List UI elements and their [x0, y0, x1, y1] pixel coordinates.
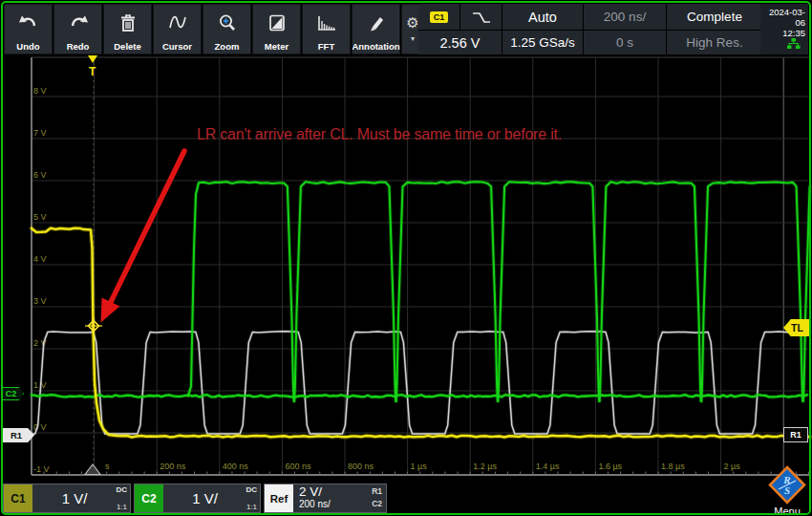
status-bar: C1 Auto 200 ns/ Complete 2.56 V 1.25 GSa…: [418, 4, 759, 54]
annotation-label: Annotation: [352, 41, 399, 52]
svg-text:200 ns: 200 ns: [160, 462, 186, 471]
c1-scale: 1 V/: [32, 484, 117, 512]
svg-text:800 ns: 800 ns: [348, 462, 374, 471]
ref-name: R1: [372, 485, 382, 498]
cursor-label: Cursor: [162, 41, 192, 52]
annotation-button[interactable]: Annotation: [352, 4, 400, 54]
chevron-down-icon: ▾: [411, 34, 415, 43]
svg-text:-1 V: -1 V: [33, 464, 50, 474]
trigger-source-badge: C1: [430, 11, 449, 23]
channel-c1-control[interactable]: C1 1 V/ DC 1:1: [3, 484, 131, 513]
oscilloscope-screen: 8 V7 V6 V5 V4 V3 V2 V1 V0 V-1 V200 ns400…: [0, 0, 812, 516]
annotation-text: LR can't arrive after CL. Must be same t…: [197, 126, 562, 143]
channel-c2-control[interactable]: C2 1 V/ DC 1:1: [134, 484, 261, 513]
trigger-slope-icon: [459, 4, 502, 30]
trigger-source-cell[interactable]: C1: [418, 4, 502, 30]
c2-badge: C2: [135, 484, 163, 512]
undo-label: Undo: [16, 41, 39, 52]
ref-badge: Ref: [265, 484, 293, 512]
ref-timebase: 200 ns/: [299, 498, 331, 510]
c2-coupling: DC: [246, 485, 257, 494]
cursor-waveform-icon: [166, 5, 189, 41]
svg-text:4 V: 4 V: [33, 254, 47, 264]
rs-logo: R S: [766, 465, 808, 505]
svg-text:8 V: 8 V: [33, 86, 47, 96]
annotation-pencil-icon: [366, 5, 387, 41]
meter-label: Meter: [265, 41, 288, 52]
delete-label: Delete: [114, 41, 141, 52]
svg-text:1 µs: 1 µs: [411, 462, 428, 471]
meter-icon: [267, 5, 288, 41]
reference-control[interactable]: Ref 2 V/ 200 ns/ R1 C2: [264, 484, 387, 513]
waveform-display[interactable]: 8 V7 V6 V5 V4 V3 V2 V1 V0 V-1 V200 ns400…: [0, 0, 812, 516]
fft-button[interactable]: FFT: [302, 4, 351, 54]
meter-button[interactable]: Meter: [252, 4, 301, 54]
fft-label: FFT: [318, 41, 334, 52]
svg-text:s: s: [105, 462, 110, 471]
svg-text:400 ns: 400 ns: [223, 462, 249, 471]
undo-button[interactable]: Undo: [4, 4, 53, 54]
menu-label: Menu: [764, 505, 810, 516]
undo-icon: [17, 5, 40, 41]
channel-bar: C1 1 V/ DC 1:1 C2 1 V/ DC 1:1 Ref 2 V/ 2…: [0, 481, 812, 516]
trigger-mode-cell[interactable]: Auto: [502, 4, 583, 30]
redo-icon: [67, 5, 90, 41]
datetime-cell[interactable]: 2024-03-06 12:35: [760, 4, 808, 54]
sample-rate-cell[interactable]: 1.25 GSa/s: [502, 31, 583, 54]
toolbar: Undo Redo Delete Cursor Zoom: [4, 4, 424, 54]
timebase-cell[interactable]: 200 ns/: [584, 4, 666, 30]
c2-scale: 1 V/: [163, 484, 246, 512]
c1-badge: C1: [4, 484, 32, 512]
zoom-magnifier-icon: [217, 5, 238, 41]
svg-text:1.6 µs: 1.6 µs: [598, 462, 622, 471]
acquisition-mode-cell[interactable]: High Res.: [667, 31, 762, 54]
svg-text:2 µs: 2 µs: [724, 462, 741, 471]
date-label: 2024-03-06: [760, 7, 805, 28]
svg-text:7 V: 7 V: [33, 128, 47, 138]
svg-text:5 V: 5 V: [33, 212, 47, 222]
svg-text:3 V: 3 V: [33, 296, 47, 306]
horizontal-position-cell[interactable]: 0 s: [584, 31, 666, 54]
c2-probe: 1:1: [246, 503, 257, 511]
cursor-button[interactable]: Cursor: [153, 4, 202, 54]
r1-reference-tag[interactable]: R1: [2, 428, 34, 442]
redo-button[interactable]: Redo: [53, 4, 102, 54]
zoom-button[interactable]: Zoom: [203, 4, 251, 54]
ref-scale: 2 V/: [299, 485, 331, 498]
svg-text:6 V: 6 V: [33, 170, 47, 180]
settings-gear-icon: ⚙: [406, 15, 418, 31]
redo-label: Redo: [67, 41, 90, 52]
fft-spectrum-icon: [315, 5, 338, 41]
svg-text:1.8 µs: 1.8 µs: [661, 462, 685, 471]
trigger-level-cell[interactable]: 2.56 V: [418, 31, 502, 54]
svg-text:1.4 µs: 1.4 µs: [536, 462, 560, 471]
r1-right-tag[interactable]: R1: [783, 427, 808, 442]
network-lan-icon: [786, 37, 801, 52]
menu-button[interactable]: R S Menu: [764, 465, 810, 515]
c1-probe: 1:1: [117, 503, 127, 511]
zoom-label: Zoom: [215, 41, 240, 52]
svg-text:600 ns: 600 ns: [285, 462, 311, 471]
trash-icon: [118, 5, 139, 41]
delete-button[interactable]: Delete: [103, 4, 152, 54]
svg-text:T: T: [89, 65, 96, 78]
ref-source: C2: [372, 498, 382, 510]
svg-text:1.2 µs: 1.2 µs: [473, 462, 497, 471]
c1-coupling: DC: [116, 485, 127, 494]
acquisition-status-cell[interactable]: Complete: [667, 4, 762, 30]
